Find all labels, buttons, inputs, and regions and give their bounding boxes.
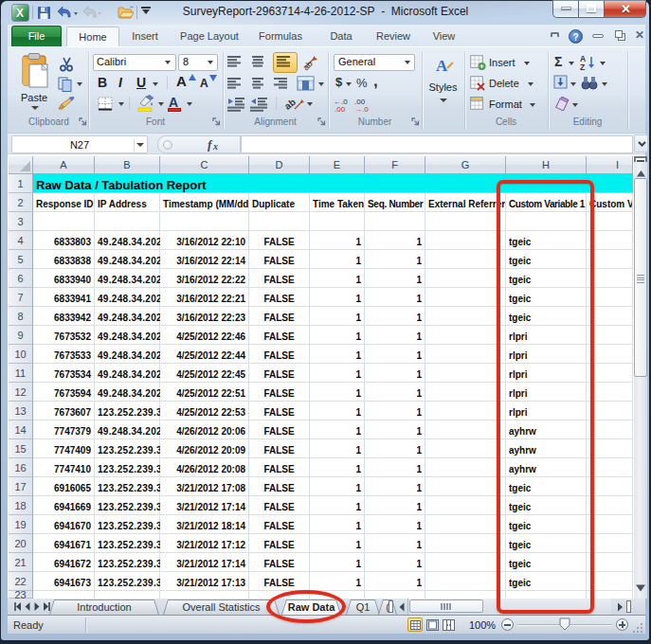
svg-text:ab: ab bbox=[302, 59, 315, 71]
svg-text:→.0: →.0 bbox=[354, 105, 369, 113]
svg-text:A: A bbox=[436, 57, 448, 75]
svg-text:ab: ab bbox=[285, 97, 298, 112]
svg-text:.00: .00 bbox=[335, 105, 346, 113]
svg-text:Z: Z bbox=[580, 63, 585, 71]
